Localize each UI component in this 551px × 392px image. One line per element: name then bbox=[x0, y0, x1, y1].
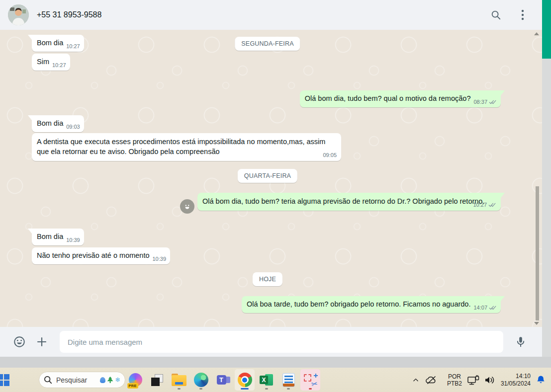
keyboard-layout: PTB2 bbox=[447, 380, 462, 387]
christmas-tree-icon bbox=[107, 377, 113, 383]
bell-ornament-icon bbox=[100, 377, 105, 383]
message-text: Olá boa tarde, tudo bem? obrigado pelo r… bbox=[247, 299, 471, 309]
chat-header: +55 31 8953-9588 bbox=[0, 0, 542, 30]
windows-logo-icon bbox=[0, 374, 10, 387]
message-meta: 08:37 bbox=[473, 98, 497, 105]
message-time: 14:07 bbox=[473, 304, 487, 311]
contact-name[interactable]: +55 31 8953-9588 bbox=[37, 10, 101, 19]
microphone-icon[interactable] bbox=[514, 335, 527, 348]
chat-scrollbar-thumb[interactable] bbox=[536, 186, 539, 320]
avatar-photo bbox=[8, 4, 29, 25]
search-icon bbox=[44, 376, 52, 384]
emoji-picker-icon[interactable] bbox=[13, 335, 26, 348]
message-bubble-outgoing[interactable]: Olá boa tarde, tudo bem? obrigado pelo r… bbox=[242, 296, 501, 313]
message-time: 09:05 bbox=[323, 152, 337, 158]
copilot-icon: PRE bbox=[129, 373, 142, 387]
seasonal-weather-icons[interactable]: ❄ bbox=[100, 377, 120, 383]
message-text: Não tenho previsão até o momento bbox=[37, 250, 150, 260]
message-text: A dentista que executa esses procediment… bbox=[37, 137, 336, 157]
language-indicator[interactable]: POR PTB2 bbox=[447, 373, 462, 387]
message-bubble-incoming[interactable]: Bom dia 10:27 bbox=[32, 35, 84, 52]
message-text: Bom dia bbox=[37, 232, 63, 241]
tray-date: 31/05/2024 bbox=[501, 380, 531, 388]
chat-scroll-up-arrow[interactable] bbox=[534, 32, 539, 35]
date-divider: HOJE bbox=[253, 272, 282, 286]
teams-icon: T bbox=[216, 373, 230, 387]
message-bubble-incoming[interactable]: Bom dia 09:03 bbox=[32, 115, 84, 132]
taskbar-icon-file-explorer[interactable] bbox=[169, 369, 189, 391]
menu-kebab-icon[interactable] bbox=[521, 9, 524, 20]
taskbar-search-placeholder: Pesquisar bbox=[56, 376, 96, 384]
notification-bell-icon[interactable] bbox=[537, 375, 545, 385]
message-bubble-outgoing[interactable]: Olá bom dia, tudo bem? teria alguma prev… bbox=[197, 193, 501, 211]
message-text: Olá bom dia, tudo bem? qual o motivo da … bbox=[305, 93, 471, 103]
desktop-strip bbox=[0, 357, 551, 368]
date-divider: QUARTA-FEIRA bbox=[238, 169, 297, 183]
taskbar-icon-edge[interactable] bbox=[191, 369, 211, 391]
attach-plus-icon[interactable] bbox=[36, 336, 48, 348]
taskbar-search-box[interactable]: Pesquisar ❄ bbox=[39, 372, 125, 388]
message-text: Bom dia bbox=[37, 38, 63, 48]
message-bubble-outgoing[interactable]: Olá bom dia, tudo bem? qual o motivo da … bbox=[300, 90, 501, 107]
search-icon[interactable] bbox=[490, 9, 501, 20]
taskbar-icon-excel[interactable]: X bbox=[257, 369, 276, 391]
taskbar-icon-teams[interactable]: T bbox=[213, 369, 233, 391]
message-text: Olá bom dia, tudo bem? teria alguma prev… bbox=[202, 196, 496, 206]
window-scrollbar-thumb[interactable] bbox=[542, 0, 551, 59]
taskbar-icon-notepad[interactable] bbox=[278, 369, 298, 391]
smiley-icon bbox=[183, 202, 191, 211]
excel-icon: X bbox=[260, 373, 274, 387]
double-check-icon bbox=[489, 99, 497, 105]
chat-scroll-down-arrow[interactable] bbox=[534, 322, 539, 325]
message-composer bbox=[0, 327, 542, 357]
attention-indicator bbox=[309, 388, 312, 390]
message-time: 10:27 bbox=[52, 62, 66, 69]
tray-time: 14:10 bbox=[501, 373, 531, 380]
contact-avatar[interactable] bbox=[8, 4, 29, 25]
message-meta: 14:07 bbox=[473, 304, 497, 311]
snipping-tool-icon: ✂ bbox=[304, 374, 317, 387]
taskbar-icon-chrome[interactable] bbox=[235, 369, 255, 391]
taskbar-icon-copilot[interactable]: PRE bbox=[125, 369, 145, 391]
file-explorer-icon bbox=[172, 374, 186, 386]
header-actions bbox=[490, 9, 542, 20]
message-text: Sim bbox=[37, 57, 49, 67]
running-indicator bbox=[287, 388, 290, 390]
chrome-icon bbox=[238, 373, 252, 387]
window-scrollbar-track[interactable] bbox=[542, 0, 551, 357]
notepad-icon bbox=[282, 373, 295, 387]
copilot-pre-badge: PRE bbox=[127, 383, 138, 389]
running-indicator bbox=[265, 388, 268, 390]
active-indicator bbox=[241, 388, 249, 390]
taskbar-icon-task-view[interactable] bbox=[147, 369, 167, 391]
running-indicator bbox=[178, 388, 181, 390]
scissors-icon: ✂ bbox=[311, 379, 319, 389]
double-check-icon bbox=[489, 305, 497, 311]
network-ethernet-icon[interactable] bbox=[467, 375, 480, 386]
edge-icon bbox=[194, 373, 208, 387]
message-time: 09:03 bbox=[66, 123, 80, 130]
running-indicator bbox=[199, 388, 202, 390]
start-button[interactable] bbox=[0, 374, 10, 389]
message-bubble-incoming[interactable]: Sim 10:27 bbox=[32, 54, 70, 71]
onedrive-cloud-slash-icon[interactable] bbox=[425, 376, 437, 385]
message-bubble-incoming[interactable]: Não tenho previsão até o momento 10:39 bbox=[32, 247, 170, 264]
message-bubble-incoming[interactable]: Bom dia 10:39 bbox=[32, 229, 84, 245]
system-tray: POR PTB2 14:10 31/05/2024 bbox=[412, 368, 545, 392]
task-view-icon bbox=[151, 374, 164, 387]
clock-date-display[interactable]: 14:10 31/05/2024 bbox=[501, 373, 531, 388]
message-meta: 10:27 bbox=[473, 201, 496, 208]
message-time: 10:39 bbox=[66, 236, 80, 243]
tray-chevron-up-icon[interactable] bbox=[412, 377, 419, 384]
message-time: 10:39 bbox=[153, 255, 167, 262]
message-bubble-incoming[interactable]: A dentista que executa esses procediment… bbox=[32, 133, 341, 161]
taskbar-icon-snipping-tool[interactable]: ✂ bbox=[300, 369, 320, 391]
snowflake-icon: ❄ bbox=[115, 377, 120, 383]
message-time: 08:37 bbox=[473, 98, 487, 105]
message-input[interactable] bbox=[60, 331, 503, 353]
volume-speaker-icon[interactable] bbox=[484, 375, 496, 385]
taskbar-app-icons: PRE T X bbox=[125, 369, 320, 391]
chat-message-list: Bom dia 10:27 Sim 10:27 SEGUNDA-FEIRA Ol… bbox=[0, 30, 542, 327]
message-text: Bom dia bbox=[37, 118, 63, 128]
react-emoji-button[interactable] bbox=[180, 199, 194, 214]
